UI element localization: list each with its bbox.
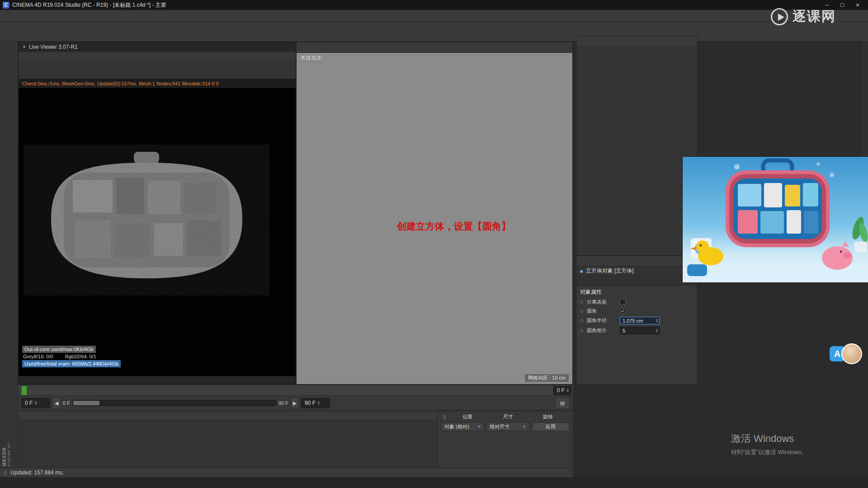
range-right-arrow[interactable]: ▶ (291, 398, 299, 408)
material-menubar (18, 411, 437, 420)
timeline-ruler[interactable]: 0 F ▲▼ (18, 385, 573, 396)
octane-live-viewer: ▼ Live Viewer 3.07-R1 Check:0ms./1ms. Me… (18, 42, 296, 385)
grid-handle-icon: ⣿ (4, 470, 7, 475)
anim-dot[interactable] (580, 329, 583, 332)
object-properties-heading: 对象属性 (580, 288, 693, 296)
range-slider-handle[interactable] (73, 401, 99, 405)
rotation-header: 旋转 (529, 413, 567, 420)
material-manager (18, 411, 437, 468)
material-thumbnails (18, 420, 437, 425)
fillet-label: 圆角 (587, 308, 618, 314)
separate-surfaces-label: 分离表面 (587, 299, 618, 305)
separate-surfaces-checkbox[interactable] (620, 299, 626, 305)
viewport-menubar (297, 42, 572, 53)
cinema4d-window: C CINEMA 4D R19.024 Studio (RC - R19) - … (0, 0, 868, 488)
fillet-subdivision-label: 圆角细分 (587, 327, 618, 334)
object-manager-menubar (576, 37, 697, 47)
play-logo-icon (771, 8, 788, 25)
status-text: Updated: 157.684 ms. (10, 469, 64, 476)
anim-dot[interactable] (580, 319, 583, 322)
status-bar: ⣿ Updated: 157.684 ms. (0, 468, 573, 477)
object-list (576, 47, 697, 255)
cube-icon: ■ (580, 268, 583, 274)
apply-button[interactable]: 应用 (532, 422, 569, 431)
attribute-tabs (576, 276, 697, 286)
octane-menubar (19, 52, 296, 62)
attribute-object-title: 立方体对象 [立方体] (586, 267, 634, 275)
coordinate-footer: 对象 (相对)▼ 绝对尺寸▼ 应用 (441, 422, 569, 431)
object-manager (576, 36, 698, 256)
ruler-frame-stepper[interactable]: 0 F ▲▼ (553, 386, 571, 395)
coordinate-headers: ⣿ 位置 尺寸 旋转 (441, 413, 569, 421)
octane-footer (19, 376, 296, 384)
range-left-arrow[interactable]: ◀ (52, 398, 61, 408)
octane-memory-overlay: Out-of-core used/max:0Kb/4Gb Grey8/16: 0… (22, 346, 121, 369)
grid-spacing-label: 网格间距 : 10 cm (525, 374, 569, 382)
maxon-brand: MAXON CINEMA 4D (2, 443, 11, 466)
timeline-playhead[interactable] (21, 386, 27, 395)
grid-handle-icon: ⣿ (441, 414, 448, 419)
coordinate-manager: ⣿ 位置 尺寸 旋转 对象 (相对)▼ 绝对尺寸▼ 应用 (437, 411, 573, 468)
maximize-button[interactable]: ☐ (835, 0, 850, 9)
rgb-stat: Rgb32/64: 0/1 (65, 354, 96, 359)
grey-stat: Grey8/16: 0/0 (23, 354, 53, 359)
tutorial-annotation: 创建立方体，设置【圆角】 (397, 220, 511, 233)
attribute-body: 对象属性 分离表面 圆角 ✓ 圆角半径 1.075 cm ▲▼ (576, 286, 697, 384)
bottom-strip (0, 477, 868, 488)
reference-render-image (683, 157, 868, 282)
octane-toolbar (19, 62, 296, 79)
close-button[interactable]: ✕ (850, 0, 865, 9)
window-title: CINEMA 4D R19.024 Studio (RC - R19) - [未… (12, 1, 819, 9)
site-watermark: 逐课网 (771, 7, 836, 26)
anim-dot[interactable] (580, 300, 583, 304)
stepper-arrows[interactable]: ▲▼ (656, 319, 658, 323)
octane-render-canvas[interactable]: Out-of-core used/max:0Kb/4Gb Grey8/16: 0… (19, 88, 296, 376)
attribute-manager: ■ 立方体对象 [立方体] 对象属性 分离表面 圆角 ✓ 圆角半径 1.075 … (576, 256, 698, 385)
avatar-photo[interactable] (841, 343, 862, 364)
viewport-scene[interactable]: 透视视图 创建立方体，设置【圆角】 网格间距 : 10 cm (297, 53, 572, 384)
coordinate-mode-select[interactable]: 对象 (相对)▼ (441, 422, 484, 431)
keyframe-window-button[interactable]: ▤ (555, 397, 570, 409)
end-frame-stepper[interactable]: 90 F ▲▼ (301, 398, 330, 408)
position-header: 位置 (448, 413, 487, 420)
anim-dot[interactable] (580, 310, 583, 313)
reference-render-preview (683, 157, 868, 282)
collapse-icon[interactable]: ▼ (22, 45, 26, 49)
octane-header[interactable]: ▼ Live Viewer 3.07-R1 (19, 42, 296, 52)
attribute-title-row: ■ 立方体对象 [立方体] (576, 266, 697, 276)
octane-render-image (24, 145, 269, 296)
assistant-avatar[interactable]: A (830, 343, 862, 364)
fillet-subdivision-field[interactable]: 5 ▲▼ (620, 327, 660, 334)
current-frame-stepper[interactable]: 0 F ▲▼ (21, 398, 50, 408)
left-tool-strip (0, 42, 18, 468)
app-icon: C (3, 2, 9, 9)
octane-stats-line: Check:0ms./1ms. MeshGen:0ms. Update[G]:1… (19, 79, 296, 88)
perspective-viewport: 透视视图 创建立方体，设置【圆角】 网格间距 : 10 cm (296, 42, 573, 385)
out-of-core-stat: Out-of-core used/max:0Kb/4Gb (22, 346, 96, 353)
attribute-menubar (576, 256, 697, 266)
viewport-wireframe-scene (297, 53, 572, 384)
menubar (0, 10, 868, 22)
frame-range-slider[interactable] (72, 400, 276, 406)
vram-stat: Used/free/total vram: 665Mb/2.448Gb/4Gb (22, 360, 121, 367)
activate-windows-watermark: 激活 Windows 转到“设置”以激活 Windows。 (731, 432, 807, 456)
fillet-radius-field[interactable]: 1.075 cm ▲▼ (620, 317, 660, 324)
size-header: 尺寸 (487, 413, 529, 420)
titlebar: C CINEMA 4D R19.024 Studio (RC - R19) - … (0, 0, 868, 10)
stepper-arrows[interactable]: ▲▼ (656, 328, 658, 333)
range-start-label: 0 F (63, 400, 70, 406)
transport-bar: 0 F ▲▼ ◀ 0 F 90 F ▶ 90 F ▲▼ ▤ (18, 396, 573, 411)
range-end-label: 90 F (278, 400, 288, 406)
fillet-radius-label: 圆角半径 (587, 317, 618, 324)
viewport-label: 透视视图 (300, 55, 322, 62)
site-name: 逐课网 (793, 7, 836, 26)
size-mode-select[interactable]: 绝对尺寸▼ (486, 422, 529, 431)
fillet-checkbox[interactable]: ✓ (620, 308, 626, 314)
octane-title: Live Viewer 3.07-R1 (29, 44, 78, 50)
